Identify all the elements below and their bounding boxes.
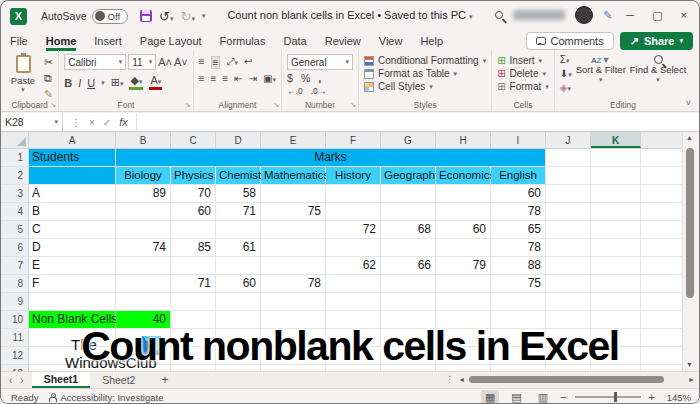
clear-icon[interactable]: ◈▾ [560,82,572,93]
cell-E4[interactable]: 75 [261,203,326,221]
cell-A6[interactable]: D [29,239,116,257]
cell-E3[interactable] [261,185,326,203]
insert-function-icon[interactable]: fx [119,116,128,128]
cell-C5[interactable] [171,221,216,239]
menu-tab-view[interactable]: View [370,33,412,49]
select-all-corner[interactable] [1,132,29,148]
cell-D5[interactable] [216,221,261,239]
cell-A7[interactable]: E [29,257,116,275]
cell-H5[interactable]: 60 [436,221,491,239]
cell-I7[interactable]: 88 [491,257,546,275]
cell-H9[interactable] [436,293,491,311]
cell-J2[interactable] [546,167,591,185]
column-header-C[interactable]: C [171,132,216,148]
cell-G2[interactable]: Geography [381,167,436,185]
cell-J3[interactable] [546,185,591,203]
column-header-I[interactable]: I [491,132,546,148]
cell-K1[interactable] [591,149,641,167]
insert-cells-button[interactable]: ⊞ Insert ▾ [497,55,549,66]
align-center-icon[interactable]: ≡ [211,73,217,84]
share-button[interactable]: ↗ Share ▾ [620,32,693,50]
comma-format-icon[interactable]: , [318,72,321,84]
cell-A8[interactable]: F [29,275,116,293]
column-header-K[interactable]: K [591,132,641,148]
cell-I5[interactable]: 65 [491,221,546,239]
scroll-left-icon[interactable]: ◄ [458,376,465,383]
row-header-3[interactable]: 3 [1,185,29,203]
cell-F5[interactable]: 72 [326,221,381,239]
cell-A9[interactable] [29,293,116,311]
alignment-dialog-launcher[interactable]: ↘ [273,101,279,109]
align-middle-icon[interactable]: ≡ [211,56,221,69]
cell-F8[interactable] [326,275,381,293]
cell-D7[interactable] [216,257,261,275]
cell-F9[interactable] [326,293,381,311]
comments-button[interactable]: Comments [526,32,614,50]
copy-icon[interactable]: ⧉ [44,72,53,85]
cell-F4[interactable] [326,203,381,221]
cell-I2[interactable]: English [491,167,546,185]
cell-G4[interactable] [381,203,436,221]
zoom-slider[interactable] [575,396,641,398]
cell-G3[interactable] [381,185,436,203]
column-header-G[interactable]: G [381,132,436,148]
name-box[interactable]: K28 ▾ [1,113,63,131]
autosave-toggle[interactable]: Off [92,9,129,24]
increase-font-icon[interactable]: A˄ [158,56,172,68]
menu-tab-insert[interactable]: Insert [85,33,131,49]
borders-icon[interactable]: ⊞▾ [111,76,124,89]
cell-B1[interactable]: Marks [116,149,546,167]
cell-F6[interactable] [326,239,381,257]
page-break-view-icon[interactable]: ▥ [534,390,552,404]
cut-icon[interactable]: ✂ [44,56,53,69]
cell-F3[interactable] [326,185,381,203]
align-right-icon[interactable]: ≡ [222,73,228,84]
menu-tab-page-layout[interactable]: Page Layout [131,33,211,49]
next-sheet-icon[interactable]: › [20,375,31,386]
cell-C8[interactable]: 71 [171,275,216,293]
menu-tab-formulas[interactable]: Formulas [211,33,275,49]
font-dialog-launcher[interactable]: ↘ [185,101,191,109]
hscroll-thumb[interactable] [469,376,664,383]
new-sheet-button[interactable]: + [147,373,182,387]
cell-H3[interactable] [436,185,491,203]
paste-button[interactable]: Paste ▾ [6,55,40,98]
cell-I9[interactable] [491,293,546,311]
sort-filter-button[interactable]: AZ▼ Sort & Filter ▾ [576,55,626,93]
cell-K4[interactable] [591,203,641,221]
page-layout-view-icon[interactable]: ▤ [507,390,525,404]
cell-B2[interactable]: Biology [116,167,171,185]
cell-C4[interactable]: 60 [171,203,216,221]
cell-J7[interactable] [546,257,591,275]
clipboard-dialog-launcher[interactable]: ↘ [50,101,56,109]
italic-button[interactable]: I [78,77,81,89]
cell-B5[interactable] [116,221,171,239]
excel-app-icon[interactable]: X [10,8,27,25]
row-header-2[interactable]: 2 [1,167,29,185]
cell-I4[interactable]: 78 [491,203,546,221]
increase-decimal-icon[interactable]: ←.0 [287,86,303,96]
cell-B7[interactable] [116,257,171,275]
cell-A4[interactable]: B [29,203,116,221]
cell-D8[interactable]: 60 [216,275,261,293]
row-header-4[interactable]: 4 [1,203,29,221]
sheet-tab-sheet1[interactable]: Sheet1 [32,372,90,388]
cell-G7[interactable]: 66 [381,257,436,275]
undo-icon[interactable]: ↺▾ [159,9,173,24]
cell-A1[interactable]: Students [29,149,116,167]
pencil-icon[interactable]: ✎ [603,9,612,22]
cell-I3[interactable]: 60 [491,185,546,203]
cell-E2[interactable]: Mathematics [261,167,326,185]
save-icon[interactable] [140,10,152,22]
delete-cells-button[interactable]: ⊞ Delete ▾ [497,68,549,79]
cell-H4[interactable] [436,203,491,221]
decrease-font-icon[interactable]: A˅ [174,56,188,68]
sheet-tab-sheet2[interactable]: Sheet2 [90,372,147,388]
cell-E8[interactable]: 78 [261,275,326,293]
cell-I6[interactable]: 78 [491,239,546,257]
underline-button[interactable]: U [87,77,95,89]
column-header-F[interactable]: F [326,132,381,148]
cell-H2[interactable]: Economics [436,167,491,185]
cell-J8[interactable] [546,275,591,293]
cell-D4[interactable]: 71 [216,203,261,221]
